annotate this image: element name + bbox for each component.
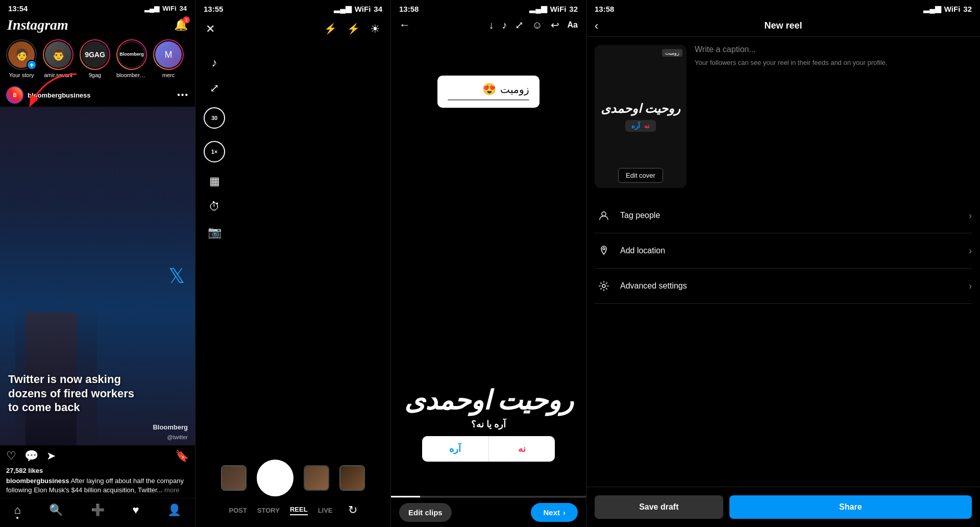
no-flash-icon[interactable]: ⚡	[324, 22, 337, 36]
wifi-icon-3: WiFi	[550, 5, 567, 13]
post-username[interactable]: bloombergbusiness	[28, 91, 91, 99]
story-9gag[interactable]: 9GAG 9gag	[80, 39, 110, 78]
caption-input[interactable]: Write a caption...	[695, 45, 972, 54]
close-button-2[interactable]: ✕	[206, 22, 215, 36]
story-bloomberg[interactable]: Bloomberg bloombergb...	[116, 39, 147, 78]
countdown-tool[interactable]: ⏱	[209, 200, 220, 213]
merc-avatar: M	[155, 41, 182, 68]
preview-arabic-text: روحیت اوحمدی	[601, 102, 680, 116]
header-action-icons: 🔔 1	[174, 18, 188, 32]
post-user-info: B bloombergbusiness	[6, 86, 91, 104]
post-more-options[interactable]: •••	[177, 90, 189, 100]
save-draft-button[interactable]: Save draft	[595, 495, 723, 519]
advanced-settings-row[interactable]: Advanced settings ›	[595, 269, 972, 304]
status-bar-1: 13:54 ▂▄▆ WiFi 34	[0, 0, 195, 15]
back-button-3[interactable]: ←	[399, 18, 410, 32]
sticker-icon[interactable]: ☺	[532, 19, 542, 31]
caption-area: Write a caption... Your followers can se…	[695, 45, 972, 188]
post-actions-left: ♡ 💬 ➤	[6, 449, 56, 463]
nav-heart[interactable]: ♥	[133, 504, 139, 517]
no-music-icon[interactable]: ⚡	[347, 22, 360, 36]
back-button-4[interactable]: ‹	[595, 19, 598, 33]
tab-story[interactable]: STORY	[257, 507, 280, 514]
caption-more[interactable]: more	[164, 486, 180, 494]
move-icon: ⤢	[210, 82, 219, 94]
tab-reel[interactable]: REEL	[290, 506, 308, 515]
nav-profile[interactable]: 👤	[167, 504, 181, 517]
edit-clips-button[interactable]: Edit clips	[399, 503, 452, 522]
story-your-story[interactable]: 🧑 + Your story	[6, 39, 37, 78]
audio-icon[interactable]: ♪	[502, 19, 507, 31]
handwriting-overlay[interactable]: روحیت اوحمدی	[404, 385, 573, 416]
signal-icon-1: ▂▄▆	[144, 5, 159, 12]
gallery-thumbnail[interactable]	[221, 465, 247, 491]
camera-left-tools: ♪ ⤢ 30 1× ▦ ⏱ 📷	[204, 56, 225, 239]
like-button[interactable]: ♡	[6, 449, 16, 463]
nav-search[interactable]: 🔍	[49, 504, 63, 517]
layout-icon: ▦	[209, 175, 220, 187]
comment-button[interactable]: 💬	[24, 449, 38, 463]
answer-no-button[interactable]: نه	[489, 436, 555, 462]
question-poll-sticker[interactable]: آره یا نه؟ آره نه	[422, 419, 555, 462]
photo-tool[interactable]: 📷	[208, 226, 222, 239]
share-button[interactable]: ➤	[46, 449, 56, 463]
nav-add[interactable]: ➕	[91, 504, 105, 517]
text-sticker-card[interactable]: زومیت 😍	[437, 76, 540, 108]
recent-photo-2[interactable]	[339, 465, 365, 491]
story-amir[interactable]: 👨 amir.savarii	[43, 39, 74, 78]
text-card-content: زومیت 😍	[448, 83, 529, 96]
amir-avatar: 👨	[45, 41, 71, 68]
answer-yes-button[interactable]: آره	[422, 436, 489, 462]
caption-username[interactable]: bloombergbusiness	[6, 477, 69, 485]
text-tool-icon[interactable]: Aa	[568, 20, 578, 30]
undo-icon[interactable]: ↩	[551, 19, 559, 31]
nav-home-dot	[16, 517, 18, 519]
story-label-bloomberg: bloombergb...	[116, 72, 147, 78]
timer-tool[interactable]: 30	[204, 107, 225, 129]
tab-live[interactable]: LIVE	[318, 507, 333, 514]
arrange-icon[interactable]: ⤢	[515, 19, 524, 31]
speed-tool[interactable]: 1×	[204, 141, 225, 162]
story-merc[interactable]: M merc	[153, 39, 184, 78]
new-reel-bottom-buttons: Save draft Share	[586, 487, 980, 527]
add-story-button[interactable]: +	[27, 60, 37, 70]
new-reel-content: زومیت روحیت اوحمدی آره نه Edit cover Wri…	[586, 37, 980, 487]
tab-post[interactable]: POST	[229, 507, 247, 514]
post-container: B bloombergbusiness ••• 𝕏 Twitter is now…	[0, 83, 195, 498]
status-bar-2: 13:55 ▂▄▆ WiFi 34	[195, 0, 390, 15]
bookmark-button[interactable]: 🔖	[175, 449, 189, 463]
tag-people-row[interactable]: Tag people ›	[595, 198, 972, 233]
svg-point-3	[602, 284, 605, 288]
notification-icon[interactable]: 🔔 1	[174, 18, 188, 32]
move-tool[interactable]: ⤢	[210, 82, 219, 95]
add-location-label: Add location	[620, 246, 665, 255]
reel-editor-top-bar: ← ↓ ♪ ⤢ ☺ ↩ Aa	[391, 15, 586, 35]
reel-editor-bottom-bar: Edit clips Next ›	[391, 497, 586, 527]
edit-cover-button[interactable]: Edit cover	[618, 168, 663, 183]
share-button[interactable]: Share	[729, 495, 972, 519]
recent-photo-1[interactable]	[304, 465, 329, 491]
twitter-logo: 𝕏	[168, 264, 185, 288]
rotate-camera-button[interactable]: ↻	[348, 504, 357, 517]
download-icon[interactable]: ↓	[488, 19, 494, 31]
advanced-settings-label: Advanced settings	[620, 281, 687, 291]
next-button[interactable]: Next ›	[531, 503, 578, 522]
add-location-row[interactable]: Add location ›	[595, 233, 972, 269]
status-icons-1: ▂▄▆ WiFi 34	[144, 5, 187, 12]
capture-button[interactable]	[257, 460, 293, 496]
music-tool[interactable]: ♪	[212, 56, 217, 69]
post-caption: bloombergbusiness After laying off about…	[0, 476, 195, 498]
svg-point-2	[603, 248, 605, 250]
time-3: 13:58	[399, 5, 419, 13]
nav-home[interactable]: ⌂	[14, 504, 20, 517]
story-avatar-wrap-amir: 👨	[43, 39, 74, 70]
reel-editor-canvas: زومیت 😍 روحیت اوحمدی آره یا نه؟ آره نه	[391, 35, 586, 497]
followers-note: Your followers can see your reel in thei…	[695, 58, 972, 67]
layout-tool[interactable]: ▦	[209, 175, 220, 188]
post-user-avatar: B	[6, 86, 23, 104]
tag-people-icon	[595, 206, 613, 225]
9gag-text: 9GAG	[85, 51, 105, 59]
brightness-icon[interactable]: ☀	[370, 22, 380, 36]
card-persian-text: زومیت	[500, 83, 529, 95]
new-reel-title: New reel	[764, 20, 802, 31]
